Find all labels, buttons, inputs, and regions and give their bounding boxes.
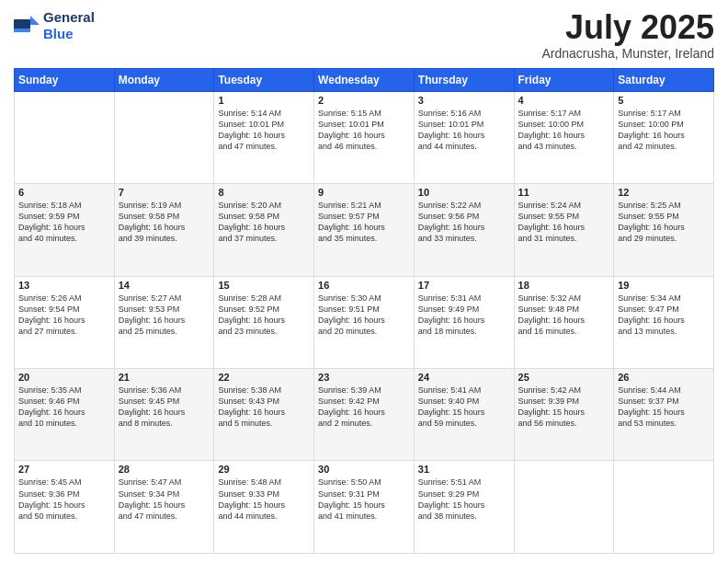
calendar-cell: 11Sunrise: 5:24 AM Sunset: 9:55 PM Dayli…: [514, 184, 614, 276]
day-info: Sunrise: 5:28 AM Sunset: 9:52 PM Dayligh…: [218, 293, 310, 338]
calendar-cell: 13Sunrise: 5:26 AM Sunset: 9:54 PM Dayli…: [15, 276, 115, 368]
weekday-header-tuesday: Tuesday: [214, 68, 314, 91]
day-number: 15: [218, 280, 310, 291]
day-info: Sunrise: 5:32 AM Sunset: 9:48 PM Dayligh…: [518, 293, 610, 338]
day-number: 10: [418, 187, 510, 198]
calendar-week-row: 27Sunrise: 5:45 AM Sunset: 9:36 PM Dayli…: [15, 461, 714, 554]
day-number: 24: [418, 372, 510, 383]
day-info: Sunrise: 5:51 AM Sunset: 9:29 PM Dayligh…: [418, 477, 510, 522]
day-number: 28: [119, 464, 210, 475]
calendar-cell: 27Sunrise: 5:45 AM Sunset: 9:36 PM Dayli…: [15, 461, 115, 554]
calendar-cell: 9Sunrise: 5:21 AM Sunset: 9:57 PM Daylig…: [314, 184, 415, 276]
day-number: 21: [119, 372, 210, 383]
day-number: 23: [318, 372, 410, 383]
day-number: 5: [618, 95, 710, 106]
day-number: 22: [218, 372, 310, 383]
calendar-cell: [614, 461, 714, 554]
calendar-cell: 15Sunrise: 5:28 AM Sunset: 9:52 PM Dayli…: [214, 276, 314, 368]
weekday-header-thursday: Thursday: [414, 68, 514, 91]
day-info: Sunrise: 5:21 AM Sunset: 9:57 PM Dayligh…: [318, 200, 410, 245]
weekday-header-sunday: Sunday: [15, 68, 115, 91]
day-number: 16: [318, 280, 410, 291]
month-year-title: July 2025: [541, 9, 714, 46]
day-info: Sunrise: 5:25 AM Sunset: 9:55 PM Dayligh…: [618, 200, 710, 245]
day-number: 31: [418, 464, 510, 475]
day-info: Sunrise: 5:27 AM Sunset: 9:53 PM Dayligh…: [119, 293, 210, 338]
calendar-cell: 16Sunrise: 5:30 AM Sunset: 9:51 PM Dayli…: [314, 276, 415, 368]
day-number: 3: [418, 95, 510, 106]
day-number: 6: [18, 187, 110, 198]
calendar-cell: 22Sunrise: 5:38 AM Sunset: 9:43 PM Dayli…: [214, 369, 314, 461]
calendar-cell: 7Sunrise: 5:19 AM Sunset: 9:58 PM Daylig…: [114, 184, 214, 276]
day-info: Sunrise: 5:17 AM Sunset: 10:00 PM Daylig…: [518, 108, 610, 153]
weekday-header-monday: Monday: [114, 68, 214, 91]
calendar-cell: 30Sunrise: 5:50 AM Sunset: 9:31 PM Dayli…: [314, 461, 415, 554]
day-number: 12: [618, 187, 710, 198]
calendar-cell: 17Sunrise: 5:31 AM Sunset: 9:49 PM Dayli…: [414, 276, 514, 368]
calendar-cell: [114, 91, 214, 183]
day-number: 14: [119, 280, 210, 291]
day-number: 17: [418, 280, 510, 291]
calendar-cell: 5Sunrise: 5:17 AM Sunset: 10:00 PM Dayli…: [614, 91, 714, 183]
weekday-header-wednesday: Wednesday: [314, 68, 415, 91]
calendar-week-row: 13Sunrise: 5:26 AM Sunset: 9:54 PM Dayli…: [15, 276, 714, 368]
logo-blue: Blue: [43, 26, 74, 41]
calendar-cell: 28Sunrise: 5:47 AM Sunset: 9:34 PM Dayli…: [114, 461, 214, 554]
day-info: Sunrise: 5:34 AM Sunset: 9:47 PM Dayligh…: [618, 293, 710, 338]
calendar-cell: 12Sunrise: 5:25 AM Sunset: 9:55 PM Dayli…: [614, 184, 714, 276]
day-info: Sunrise: 5:20 AM Sunset: 9:58 PM Dayligh…: [218, 200, 310, 245]
day-info: Sunrise: 5:31 AM Sunset: 9:49 PM Dayligh…: [418, 293, 510, 338]
calendar-cell: 8Sunrise: 5:20 AM Sunset: 9:58 PM Daylig…: [214, 184, 314, 276]
day-info: Sunrise: 5:17 AM Sunset: 10:00 PM Daylig…: [618, 108, 710, 153]
day-number: 4: [518, 95, 610, 106]
day-info: Sunrise: 5:22 AM Sunset: 9:56 PM Dayligh…: [418, 200, 510, 245]
calendar-cell: 20Sunrise: 5:35 AM Sunset: 9:46 PM Dayli…: [15, 369, 115, 461]
page-header: General Blue July 2025 Ardnacrusha, Muns…: [14, 9, 714, 61]
calendar-table: SundayMondayTuesdayWednesdayThursdayFrid…: [14, 68, 714, 554]
day-number: 19: [618, 280, 710, 291]
logo-icon: [14, 16, 40, 36]
day-info: Sunrise: 5:48 AM Sunset: 9:33 PM Dayligh…: [218, 477, 310, 522]
day-info: Sunrise: 5:39 AM Sunset: 9:42 PM Dayligh…: [318, 385, 410, 430]
calendar-cell: 14Sunrise: 5:27 AM Sunset: 9:53 PM Dayli…: [114, 276, 214, 368]
day-info: Sunrise: 5:36 AM Sunset: 9:45 PM Dayligh…: [119, 385, 210, 430]
weekday-header-friday: Friday: [514, 68, 614, 91]
calendar-cell: 10Sunrise: 5:22 AM Sunset: 9:56 PM Dayli…: [414, 184, 514, 276]
calendar-cell: 26Sunrise: 5:44 AM Sunset: 9:37 PM Dayli…: [614, 369, 714, 461]
weekday-header-saturday: Saturday: [614, 68, 714, 91]
title-section: July 2025 Ardnacrusha, Munster, Ireland: [541, 9, 714, 61]
logo: General Blue: [14, 9, 95, 42]
day-number: 1: [218, 95, 310, 106]
day-info: Sunrise: 5:18 AM Sunset: 9:59 PM Dayligh…: [18, 200, 110, 245]
day-number: 7: [119, 187, 210, 198]
calendar-cell: 6Sunrise: 5:18 AM Sunset: 9:59 PM Daylig…: [15, 184, 115, 276]
day-info: Sunrise: 5:42 AM Sunset: 9:39 PM Dayligh…: [518, 385, 610, 430]
calendar-cell: 1Sunrise: 5:14 AM Sunset: 10:01 PM Dayli…: [214, 91, 314, 183]
day-number: 27: [18, 464, 110, 475]
day-info: Sunrise: 5:50 AM Sunset: 9:31 PM Dayligh…: [318, 477, 410, 522]
day-number: 26: [618, 372, 710, 383]
day-info: Sunrise: 5:24 AM Sunset: 9:55 PM Dayligh…: [518, 200, 610, 245]
calendar-page: General Blue July 2025 Ardnacrusha, Muns…: [0, 0, 728, 563]
logo-general: General: [43, 9, 95, 25]
calendar-cell: 4Sunrise: 5:17 AM Sunset: 10:00 PM Dayli…: [514, 91, 614, 183]
day-info: Sunrise: 5:30 AM Sunset: 9:51 PM Dayligh…: [318, 293, 410, 338]
svg-marker-1: [30, 16, 40, 25]
day-info: Sunrise: 5:14 AM Sunset: 10:01 PM Daylig…: [218, 108, 310, 153]
svg-rect-2: [14, 29, 30, 32]
calendar-cell: 18Sunrise: 5:32 AM Sunset: 9:48 PM Dayli…: [514, 276, 614, 368]
day-info: Sunrise: 5:35 AM Sunset: 9:46 PM Dayligh…: [18, 385, 110, 430]
calendar-cell: 2Sunrise: 5:15 AM Sunset: 10:01 PM Dayli…: [314, 91, 415, 183]
calendar-cell: 19Sunrise: 5:34 AM Sunset: 9:47 PM Dayli…: [614, 276, 714, 368]
day-info: Sunrise: 5:19 AM Sunset: 9:58 PM Dayligh…: [119, 200, 210, 245]
day-number: 25: [518, 372, 610, 383]
calendar-week-row: 1Sunrise: 5:14 AM Sunset: 10:01 PM Dayli…: [15, 91, 714, 183]
day-number: 30: [318, 464, 410, 475]
calendar-cell: 25Sunrise: 5:42 AM Sunset: 9:39 PM Dayli…: [514, 369, 614, 461]
day-number: 11: [518, 187, 610, 198]
calendar-week-row: 20Sunrise: 5:35 AM Sunset: 9:46 PM Dayli…: [15, 369, 714, 461]
day-info: Sunrise: 5:41 AM Sunset: 9:40 PM Dayligh…: [418, 385, 510, 430]
day-number: 8: [218, 187, 310, 198]
weekday-header-row: SundayMondayTuesdayWednesdayThursdayFrid…: [15, 68, 714, 91]
day-info: Sunrise: 5:26 AM Sunset: 9:54 PM Dayligh…: [18, 293, 110, 338]
